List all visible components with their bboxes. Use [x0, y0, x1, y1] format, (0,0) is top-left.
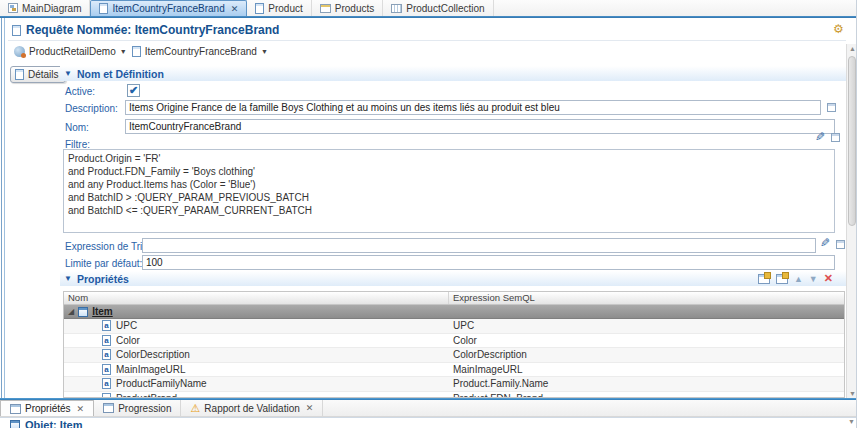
- collapse-icon[interactable]: ◢: [68, 307, 74, 316]
- move-up-icon[interactable]: ▲: [794, 274, 803, 284]
- tab-rapport-validation[interactable]: ⚠ Rapport de Validation ✕: [181, 400, 323, 416]
- table-header: Nom Expression SemQL: [64, 292, 844, 305]
- entity-icon: [10, 420, 20, 428]
- tab-itemcountryfrancebrand[interactable]: ItemCountryFranceBrand ✕: [90, 0, 247, 16]
- tab-label: Products: [335, 3, 374, 14]
- attribute-icon: a: [102, 335, 111, 346]
- collection-icon: [391, 4, 402, 13]
- diagram-icon: [8, 3, 18, 13]
- close-icon[interactable]: ✕: [306, 403, 314, 413]
- named-query-icon: [12, 25, 21, 36]
- add-expression-icon[interactable]: [776, 274, 788, 284]
- edit-expression-icon[interactable]: ✎: [815, 132, 825, 142]
- scroll-up-icon[interactable]: ▲: [847, 45, 857, 52]
- tab-progression[interactable]: Progression: [94, 400, 181, 416]
- breadcrumb-model-label: ProductRetailDemo: [29, 46, 116, 57]
- progress-view-icon: [103, 403, 114, 413]
- close-icon[interactable]: ✕: [77, 404, 85, 414]
- editor-tabbar: MainDiagram ItemCountryFranceBrand ✕ Pro…: [0, 0, 857, 16]
- scroll-down-icon[interactable]: ▼: [846, 418, 857, 425]
- active-checkbox[interactable]: ✔: [127, 84, 140, 97]
- add-property-icon[interactable]: [758, 274, 770, 284]
- limite-field[interactable]: [142, 255, 835, 270]
- bottom-panel: Objet: Item: [0, 417, 857, 428]
- edit-expression-icon[interactable]: ✎: [820, 238, 830, 248]
- move-down-icon[interactable]: ▼: [809, 274, 818, 284]
- collapse-icon[interactable]: ▼: [64, 69, 72, 78]
- maximize-icon[interactable]: [836, 240, 845, 249]
- scroll-down-icon[interactable]: ▼: [847, 390, 857, 397]
- attribute-icon: a: [102, 364, 111, 375]
- tab-label: Rapport de Validation: [204, 403, 299, 414]
- chevron-down-icon[interactable]: ▼: [261, 48, 268, 55]
- properties-toolbar: ▲ ▼ ✕: [0, 272, 846, 285]
- tabbar-accent-line: [0, 16, 857, 18]
- attribute-icon: a: [102, 349, 111, 360]
- property-expression: Color: [449, 335, 844, 346]
- tri-field[interactable]: [142, 238, 816, 253]
- table-icon: [320, 4, 331, 13]
- named-query-icon: [99, 3, 108, 14]
- table-row[interactable]: aProductFamilyName Product.Family.Name: [64, 377, 844, 392]
- named-query-icon: [132, 46, 141, 57]
- entity-icon: [78, 307, 88, 317]
- scrollbar-thumb[interactable]: [848, 56, 856, 226]
- table-row[interactable]: aColorDescription ColorDescription: [64, 348, 844, 363]
- tab-productcollection[interactable]: ProductCollection: [383, 0, 493, 16]
- property-name: ColorDescription: [116, 349, 190, 360]
- property-name: ProductFamilyName: [116, 378, 207, 389]
- object-title: Objet: Item: [25, 420, 82, 428]
- vertical-scrollbar[interactable]: ▲ ▼: [846, 44, 857, 398]
- section-title: Nom et Définition: [77, 68, 164, 80]
- model-icon: [14, 46, 25, 57]
- page-title: Requête Nommée: ItemCountryFranceBrand: [26, 23, 279, 37]
- column-header-nom[interactable]: Nom: [64, 292, 449, 304]
- section-nom-definition[interactable]: ▼ Nom et Définition: [60, 66, 846, 81]
- tab-label: Progression: [118, 403, 171, 414]
- breadcrumb-object-label: ItemCountryFranceBrand: [145, 46, 257, 57]
- tab-label: ProductCollection: [406, 3, 484, 14]
- table-row[interactable]: aUPC UPC: [64, 319, 844, 334]
- tab-label: ItemCountryFranceBrand: [112, 3, 224, 14]
- properties-view-icon: [10, 404, 21, 414]
- filtre-textarea[interactable]: [63, 149, 835, 233]
- delete-icon[interactable]: ✕: [824, 272, 833, 285]
- breadcrumb: ProductRetailDemo ▼ ItemCountryFranceBra…: [14, 46, 268, 57]
- tab-maindiagram[interactable]: MainDiagram: [0, 0, 90, 16]
- header-divider: [8, 40, 846, 41]
- table-row[interactable]: aColor Color: [64, 334, 844, 349]
- warning-icon: ⚠: [190, 403, 200, 414]
- entity-icon: [255, 3, 264, 14]
- breadcrumb-model[interactable]: ProductRetailDemo ▼: [14, 46, 127, 57]
- tab-label: Product: [268, 3, 302, 14]
- gear-icon[interactable]: ⚙: [833, 22, 844, 36]
- tab-product[interactable]: Product: [247, 0, 311, 16]
- details-icon: [15, 69, 24, 80]
- breadcrumb-object[interactable]: ItemCountryFranceBrand ▼: [132, 46, 268, 57]
- tri-label: Expression de Tri:: [65, 241, 145, 252]
- nom-label: Nom:: [65, 122, 89, 133]
- property-name: Color: [116, 335, 140, 346]
- table-row[interactable]: aMainImageURL MainImageURL: [64, 363, 844, 378]
- group-row-item[interactable]: ◢ Item: [64, 305, 844, 319]
- maximize-icon[interactable]: [831, 133, 840, 142]
- property-expression: UPC: [449, 320, 844, 331]
- property-name: UPC: [116, 320, 137, 331]
- column-header-expression[interactable]: Expression SemQL: [449, 292, 844, 304]
- attribute-icon: a: [102, 378, 111, 389]
- workbench-window: MainDiagram ItemCountryFranceBrand ✕ Pro…: [0, 0, 857, 428]
- tab-proprietes[interactable]: Propriétés ✕: [0, 400, 94, 416]
- tab-label: MainDiagram: [22, 3, 81, 14]
- description-field[interactable]: [125, 100, 821, 115]
- tab-label: Propriétés: [25, 403, 71, 414]
- group-row-label: Item: [92, 306, 113, 317]
- property-name: MainImageURL: [116, 364, 185, 375]
- property-expression: ColorDescription: [449, 349, 844, 360]
- limite-label: Limite par défaut:: [65, 258, 142, 269]
- chevron-down-icon[interactable]: ▼: [120, 48, 127, 55]
- tab-products[interactable]: Products: [312, 0, 383, 16]
- maximize-icon[interactable]: [827, 103, 836, 112]
- nom-field[interactable]: [125, 119, 835, 134]
- details-button[interactable]: Détails: [10, 66, 66, 83]
- close-icon[interactable]: ✕: [231, 4, 239, 14]
